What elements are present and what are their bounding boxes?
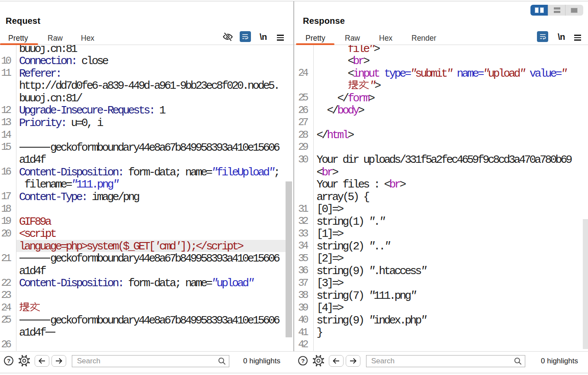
svg-text:?: ? [7, 358, 10, 364]
svg-text:?: ? [301, 358, 305, 364]
